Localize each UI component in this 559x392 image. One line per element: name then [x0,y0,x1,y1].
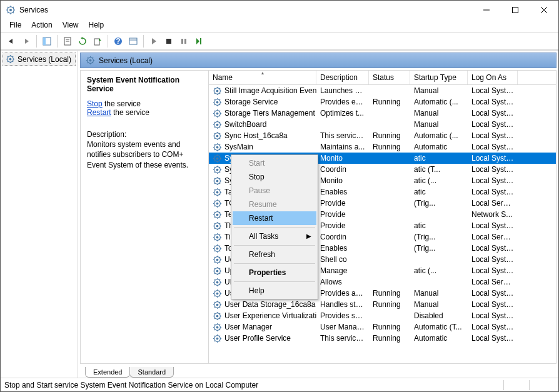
restart-service-button[interactable] [192,34,206,48]
gear-icon [213,199,222,208]
cell-description: This service ... [316,131,369,141]
menu-view[interactable]: View [58,19,84,32]
cell-status [369,259,410,260]
table-row[interactable]: User Profile ServiceThis service ...Runn… [209,333,556,344]
refresh-button[interactable] [76,34,89,48]
cell-description: This service ... [316,333,369,343]
forward-button[interactable] [19,34,33,48]
cell-logon: Local Syste... [468,221,518,231]
gear-icon [213,334,222,343]
cell-status [369,315,410,316]
show-hide-tree-button[interactable] [40,34,54,48]
cell-name: SwitchBoard [224,120,266,129]
gear-icon [213,311,222,321]
cell-description: Provides en... [316,97,369,107]
properties-button[interactable] [61,34,74,48]
tab-extended[interactable]: Extended [85,367,130,378]
cell-logon: Local Syste... [468,176,518,186]
gear-icon [213,120,222,129]
stop-link[interactable]: Stop [87,99,103,108]
cell-startup: Automatic [410,142,468,152]
cell-description: Handles sto... [316,299,369,309]
cell-logon: Local Syste... [468,97,518,107]
col-logon[interactable]: Log On As [468,71,518,84]
gear-icon [213,98,222,107]
cell-description: Launches a... [316,86,369,96]
cell-logon: Local Syste... [468,119,518,129]
ctx-refresh[interactable]: Refresh [233,248,316,261]
cell-status [369,270,410,271]
cell-logon: Local Syste... [468,187,518,197]
cell-logon: Local Syste... [468,153,518,163]
close-button[interactable] [530,1,558,19]
gear-icon [213,244,222,253]
gear-icon [213,131,222,141]
svg-text:?: ? [116,37,120,46]
col-startup[interactable]: Startup Type [410,71,468,84]
ctx-restart[interactable]: Restart [233,211,316,225]
cell-startup: atic (... [410,176,468,186]
minimize-button[interactable] [472,1,501,19]
table-row[interactable]: Storage Tiers ManagementOptimizes t...Ma… [209,108,556,119]
menu-file[interactable]: File [4,19,26,32]
table-row[interactable]: SysMainMaintains a...RunningAutomaticLoc… [209,141,556,153]
restart-link[interactable]: Restart [87,108,111,117]
gear-icon [213,86,222,96]
table-row[interactable]: User Experience Virtualizati...Provides … [209,310,556,321]
ctx-properties[interactable]: Properties [233,266,316,279]
cell-status [369,225,410,226]
cell-startup: atic [410,221,468,231]
cell-description: Enables [316,187,369,197]
table-row[interactable]: Sync Host_16ca8aThis service ...RunningA… [209,130,556,141]
col-description[interactable]: Description [316,71,369,84]
cell-startup: (Trig... [410,243,468,253]
cell-description: Maintains a... [316,142,369,152]
cell-logon: Local Syste... [468,322,518,332]
back-button[interactable] [4,34,18,48]
cell-logon: Local Syste... [468,131,518,141]
description-label: Description: [87,129,202,139]
export-button[interactable] [91,34,104,48]
svg-rect-27 [200,38,201,44]
table-row[interactable]: User Data Storage_16ca8aHandles sto...Ru… [209,299,556,310]
cell-status [369,203,410,204]
cell-status [369,191,410,193]
menu-action[interactable]: Action [26,19,57,32]
cell-description: Provide [316,209,369,219]
table-row[interactable]: User ManagerUser Manag...RunningAutomati… [209,321,556,333]
gear-icon [6,54,15,64]
toolbar-icon[interactable] [126,34,140,48]
cell-description [316,124,369,125]
cell-description: Provides su... [316,311,369,321]
cell-description: Allows [316,277,369,287]
start-service-button[interactable] [147,34,161,48]
menu-help[interactable]: Help [84,19,109,32]
ctx-all-tasks[interactable]: All Tasks▶ [233,229,316,243]
table-row[interactable]: SwitchBoardManualLocal Syste... [209,119,556,130]
cell-logon: Local Syste... [468,266,518,276]
cell-logon: Local Syste... [468,333,518,343]
help-button[interactable]: ? [111,34,125,48]
table-row[interactable]: Storage ServiceProvides en...RunningAuto… [209,96,556,108]
ctx-resume: Resume [233,198,316,211]
tab-standard[interactable]: Standard [129,367,174,378]
ctx-help[interactable]: Help [233,284,316,298]
ctx-start: Start [233,156,316,170]
cell-startup [410,259,468,260]
pause-service-button[interactable] [177,34,191,48]
cell-startup: (Trig... [410,232,468,242]
cell-logon: Local Service [468,198,518,208]
tree-item-services-local[interactable]: Services (Local) [3,53,76,66]
cell-logon: Local Syste... [468,243,518,253]
col-status[interactable]: Status [369,71,410,84]
maximize-button[interactable] [501,1,530,19]
ctx-stop[interactable]: Stop [233,170,316,184]
table-row[interactable]: Still Image Acquisition EventsLaunches a… [209,85,556,96]
cell-logon: Network S... [468,209,518,219]
cell-description: Optimizes t... [316,108,369,118]
cell-status: Running [369,322,410,332]
stop-service-button[interactable] [162,34,176,48]
col-name[interactable]: Name▴ [209,71,316,84]
cell-logon: Local Syste... [468,288,518,298]
cell-startup: atic [410,187,468,197]
